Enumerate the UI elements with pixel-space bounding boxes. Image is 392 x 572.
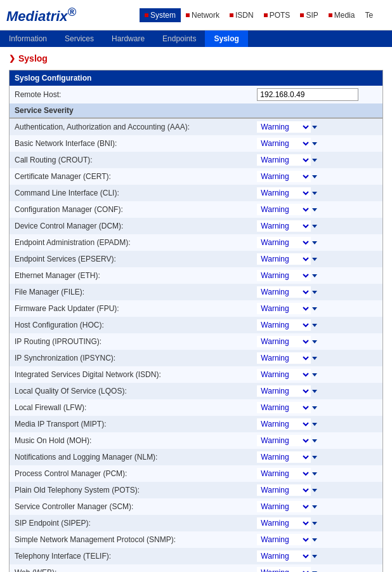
warning-dropdown-arrow[interactable] <box>312 159 317 162</box>
warning-dropdown-arrow[interactable] <box>312 175 317 178</box>
warning-select[interactable]: EmergencyAlertCriticalErrorWarningNotice… <box>257 336 311 347</box>
warning-select[interactable]: EmergencyAlertCriticalErrorWarningNotice… <box>257 138 311 149</box>
warning-dropdown-arrow[interactable] <box>312 373 317 376</box>
service-name: Telephony Interface (TELIF): <box>10 548 252 564</box>
warning-dropdown-arrow[interactable] <box>312 142 317 145</box>
warning-select[interactable]: EmergencyAlertCriticalErrorWarningNotice… <box>257 517 311 529</box>
warning-dropdown-arrow[interactable] <box>312 340 317 343</box>
warning-dropdown-arrow[interactable] <box>312 291 317 294</box>
warning-dropdown-arrow[interactable] <box>312 555 317 558</box>
warning-dropdown-arrow[interactable] <box>312 472 317 476</box>
warning-select[interactable]: EmergencyAlertCriticalErrorWarningNotice… <box>257 418 311 430</box>
service-value-cell: EmergencyAlertCriticalErrorWarningNotice… <box>252 234 382 251</box>
warning-select[interactable]: EmergencyAlertCriticalErrorWarningNotice… <box>257 204 311 215</box>
service-value-cell: EmergencyAlertCriticalErrorWarningNotice… <box>252 531 382 548</box>
service-row: Web (WEB):EmergencyAlertCriticalErrorWar… <box>10 564 383 572</box>
warning-select[interactable]: EmergencyAlertCriticalErrorWarningNotice… <box>257 286 311 298</box>
warning-dropdown-arrow[interactable] <box>312 439 317 442</box>
tab-hardware[interactable]: Hardware <box>103 30 154 47</box>
tab-syslog[interactable]: Syslog <box>205 30 247 47</box>
warning-select[interactable]: EmergencyAlertCriticalErrorWarningNotice… <box>257 567 311 572</box>
service-row: Basic Network Interface (BNI):EmergencyA… <box>10 135 383 152</box>
warning-select[interactable]: EmergencyAlertCriticalErrorWarningNotice… <box>257 550 311 562</box>
warning-select[interactable]: EmergencyAlertCriticalErrorWarningNotice… <box>257 220 311 232</box>
service-row: Notifications and Logging Manager (NLM):… <box>10 449 383 465</box>
service-name: Local Firewall (LFW): <box>10 399 252 416</box>
top-navigation: Mediatrix® System Network ISDN POTS SIP … <box>0 0 392 30</box>
warning-dropdown-wrapper: EmergencyAlertCriticalErrorWarningNotice… <box>257 534 317 545</box>
service-value-cell: EmergencyAlertCriticalErrorWarningNotice… <box>252 185 382 201</box>
warning-dropdown-arrow[interactable] <box>312 192 317 195</box>
remote-host-input[interactable] <box>257 88 358 101</box>
top-nav-network[interactable]: Network <box>181 8 225 22</box>
top-nav-sip[interactable]: SIP <box>295 8 323 22</box>
warning-dropdown-arrow[interactable] <box>312 324 317 327</box>
warning-dropdown-arrow[interactable] <box>312 357 317 360</box>
warning-select[interactable]: EmergencyAlertCriticalErrorWarningNotice… <box>257 187 311 199</box>
warning-dropdown-arrow[interactable] <box>312 274 317 277</box>
top-nav-media[interactable]: Media <box>323 8 360 22</box>
warning-select[interactable]: EmergencyAlertCriticalErrorWarningNotice… <box>257 501 311 512</box>
warning-dropdown-wrapper: EmergencyAlertCriticalErrorWarningNotice… <box>257 154 317 166</box>
service-row: Endpoint Services (EPSERV):EmergencyAler… <box>10 251 383 267</box>
warning-dropdown-arrow[interactable] <box>312 456 317 459</box>
logo-trademark: ® <box>68 5 77 18</box>
warning-select[interactable]: EmergencyAlertCriticalErrorWarningNotice… <box>257 237 311 248</box>
warning-select[interactable]: EmergencyAlertCriticalErrorWarningNotice… <box>257 319 311 331</box>
service-name: Web (WEB): <box>10 564 252 572</box>
warning-dropdown-arrow[interactable] <box>312 225 317 228</box>
warning-select[interactable]: EmergencyAlertCriticalErrorWarningNotice… <box>257 402 311 413</box>
warning-dropdown-arrow[interactable] <box>312 538 317 542</box>
warning-dropdown-arrow[interactable] <box>312 126 317 129</box>
service-value-cell: EmergencyAlertCriticalErrorWarningNotice… <box>252 251 382 267</box>
remote-host-cell <box>252 86 382 103</box>
top-nav-isdn[interactable]: ISDN <box>225 8 259 22</box>
warning-select[interactable]: EmergencyAlertCriticalErrorWarningNotice… <box>257 369 311 380</box>
service-row: Call Routing (CROUT):EmergencyAlertCriti… <box>10 152 383 168</box>
tab-information[interactable]: Information <box>0 30 56 47</box>
service-name: Certificate Manager (CERT): <box>10 168 252 185</box>
warning-select[interactable]: EmergencyAlertCriticalErrorWarningNotice… <box>257 468 311 479</box>
warning-dropdown-arrow[interactable] <box>312 390 317 393</box>
warning-dropdown-arrow[interactable] <box>312 208 317 211</box>
service-row: Plain Old Telephony System (POTS):Emerge… <box>10 482 383 498</box>
service-name: Basic Network Interface (BNI): <box>10 135 252 152</box>
warning-select[interactable]: EmergencyAlertCriticalErrorWarningNotice… <box>257 534 311 545</box>
warning-select[interactable]: EmergencyAlertCriticalErrorWarningNotice… <box>257 121 311 133</box>
warning-select[interactable]: EmergencyAlertCriticalErrorWarningNotice… <box>257 270 311 281</box>
warning-select[interactable]: EmergencyAlertCriticalErrorWarningNotice… <box>257 171 311 182</box>
warning-dropdown-wrapper: EmergencyAlertCriticalErrorWarningNotice… <box>257 435 317 446</box>
warning-select[interactable]: EmergencyAlertCriticalErrorWarningNotice… <box>257 303 311 314</box>
service-value-cell: EmergencyAlertCriticalErrorWarningNotice… <box>252 135 382 152</box>
top-nav-te[interactable]: Te <box>360 8 378 22</box>
service-name: Simple Network Management Protocol (SNMP… <box>10 531 252 548</box>
warning-select[interactable]: EmergencyAlertCriticalErrorWarningNotice… <box>257 385 311 397</box>
warning-dropdown-wrapper: EmergencyAlertCriticalErrorWarningNotice… <box>257 468 317 479</box>
warning-dropdown-wrapper: EmergencyAlertCriticalErrorWarningNotice… <box>257 352 317 364</box>
service-value-cell: EmergencyAlertCriticalErrorWarningNotice… <box>252 119 382 136</box>
warning-dropdown-arrow[interactable] <box>312 423 317 426</box>
warning-dropdown-arrow[interactable] <box>312 489 317 492</box>
tab-services[interactable]: Services <box>56 30 103 47</box>
warning-dropdown-arrow[interactable] <box>312 241 317 244</box>
warning-select[interactable]: EmergencyAlertCriticalErrorWarningNotice… <box>257 435 311 446</box>
top-nav-pots[interactable]: POTS <box>259 8 296 22</box>
warning-dropdown-arrow[interactable] <box>312 307 317 310</box>
warning-select[interactable]: EmergencyAlertCriticalErrorWarningNotice… <box>257 253 311 265</box>
service-value-cell: EmergencyAlertCriticalErrorWarningNotice… <box>252 498 382 515</box>
warning-select[interactable]: EmergencyAlertCriticalErrorWarningNotice… <box>257 484 311 496</box>
service-row: Configuration Manager (CONF):EmergencyAl… <box>10 201 383 218</box>
warning-select[interactable]: EmergencyAlertCriticalErrorWarningNotice… <box>257 451 311 463</box>
warning-dropdown-arrow[interactable] <box>312 258 317 261</box>
warning-dropdown-arrow[interactable] <box>312 522 317 525</box>
top-nav-system[interactable]: System <box>140 8 181 22</box>
service-name: Authentication, Authorization and Accoun… <box>10 119 252 136</box>
warning-dropdown-wrapper: EmergencyAlertCriticalErrorWarningNotice… <box>257 253 317 265</box>
warning-dropdown-arrow[interactable] <box>312 406 317 409</box>
service-name: Media IP Transport (MIPT): <box>10 416 252 432</box>
warning-dropdown-arrow[interactable] <box>312 505 317 509</box>
tab-endpoints[interactable]: Endpoints <box>154 30 205 47</box>
page-title: Syslog <box>9 53 383 63</box>
warning-select[interactable]: EmergencyAlertCriticalErrorWarningNotice… <box>257 154 311 166</box>
warning-select[interactable]: EmergencyAlertCriticalErrorWarningNotice… <box>257 352 311 364</box>
